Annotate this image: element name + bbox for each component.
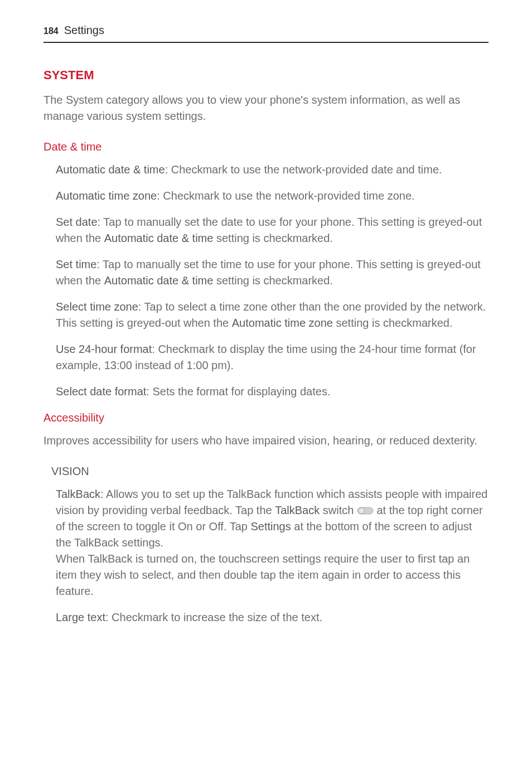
accessibility-heading: Accessibility [43,410,489,426]
talkback-bold-b: Settings [250,520,291,532]
auto-date-term: Automatic date & time [56,163,165,176]
talkback-entry: TalkBack: Allows you to set up the TalkB… [56,486,489,599]
set-time-text-b: setting is checkmarked. [213,274,333,287]
date-format-entry: Select date format: Sets the format for … [56,384,489,400]
date-format-term: Select date format [56,385,146,398]
svg-point-1 [359,508,364,514]
large-text-term: Large text [56,611,105,623]
system-intro: The System category allows you to view y… [43,92,489,124]
talkback-text-b: switch [320,504,357,516]
auto-tz-text: : Checkmark to use the network-provided … [157,190,414,202]
auto-tz-entry: Automatic time zone: Checkmark to use th… [56,188,489,204]
large-text-text: : Checkmark to increase the size of the … [105,611,322,623]
set-date-text-b: setting is checkmarked. [213,232,333,244]
large-text-entry: Large text: Checkmark to increase the si… [56,609,489,626]
set-time-entry: Set time: Tap to manually set the time t… [56,256,489,289]
select-tz-entry: Select time zone: Tap to select a time z… [56,299,489,331]
select-tz-term: Select time zone [56,301,138,313]
accessibility-intro: Improves accessibility for users who hav… [43,433,489,449]
toggle-switch-icon [357,507,374,515]
select-tz-text-b: setting is checkmarked. [333,317,453,329]
set-date-entry: Set date: Tap to manually set the date t… [56,214,489,246]
date-format-text: : Sets the format for displaying dates. [146,385,330,398]
select-tz-bold: Automatic time zone [232,317,333,329]
hour24-term: Use 24-hour format [56,343,152,355]
talkback-bold-a: TalkBack [275,504,320,516]
date-time-heading: Date & time [43,139,489,155]
hour24-entry: Use 24-hour format: Checkmark to display… [56,341,489,374]
set-date-bold: Automatic date & time [104,232,214,244]
set-time-bold: Automatic date & time [104,274,214,287]
talkback-term: TalkBack [56,488,100,500]
vision-label: VISION [51,463,489,480]
system-heading: SYSTEM [43,66,489,84]
page-title: Settings [64,22,104,38]
page-header: 184 Settings [43,22,489,43]
set-date-term: Set date [56,216,98,228]
auto-date-text: : Checkmark to use the network-provided … [165,163,442,176]
auto-date-entry: Automatic date & time: Checkmark to use … [56,162,489,178]
set-time-term: Set time [56,258,96,270]
talkback-para2: When TalkBack is turned on, the touchscr… [56,553,470,597]
page-number: 184 [43,25,59,37]
auto-tz-term: Automatic time zone [56,190,157,202]
